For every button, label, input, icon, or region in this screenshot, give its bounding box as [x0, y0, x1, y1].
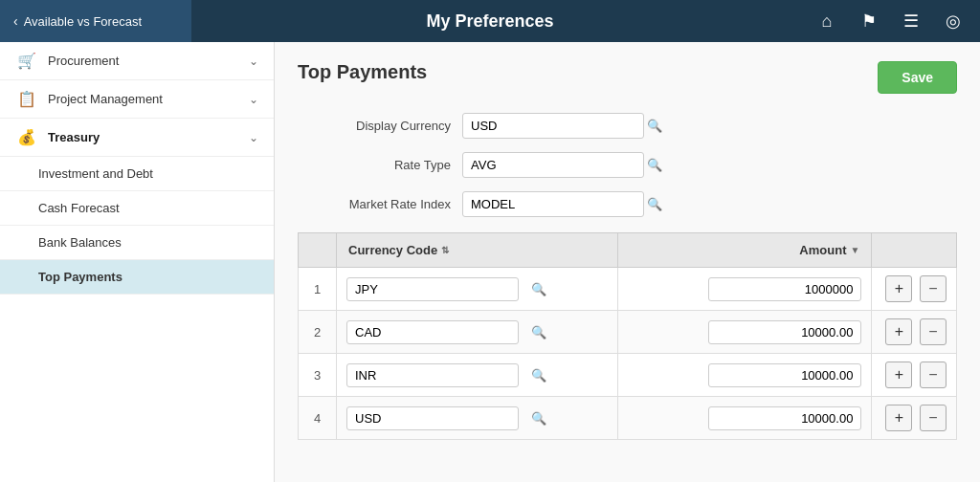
page-title: My Preferences	[426, 11, 553, 32]
sidebar-item-top-payments-label: Top Payments	[38, 270, 122, 284]
actions-cell-2: + −	[872, 311, 957, 354]
remove-row-button-2[interactable]: −	[920, 318, 947, 345]
display-currency-label: Display Currency	[298, 119, 451, 133]
display-currency-input-wrapper: 🔍	[462, 113, 644, 139]
currency-cell-3: 🔍	[337, 354, 618, 397]
row-num-3: 3	[299, 354, 337, 397]
currency-search-icon-4[interactable]: 🔍	[523, 407, 554, 429]
sort-icon-currency: ⇅	[441, 245, 449, 255]
save-button[interactable]: Save	[878, 61, 957, 94]
actions-cell-3: + −	[872, 354, 957, 397]
sidebar-item-treasury-label: Treasury	[48, 130, 239, 144]
sidebar: 🛒 Procurement ⌄ 📋 Project Management ⌄ 💰…	[0, 42, 275, 482]
chevron-down-icon-3: ⌄	[249, 131, 258, 144]
sidebar-item-procurement[interactable]: 🛒 Procurement ⌄	[0, 42, 274, 80]
sort-icon-amount: ▼	[850, 245, 859, 255]
market-rate-row: Market Rate Index 🔍	[298, 191, 957, 217]
sidebar-item-bank-balances-label: Bank Balances	[38, 235, 122, 250]
add-row-button-1[interactable]: +	[885, 275, 912, 302]
flag-icon[interactable]: ⚑	[852, 4, 886, 38]
amount-input-2[interactable]	[708, 320, 861, 344]
page-header: Top Payments Save	[298, 61, 957, 94]
actions-cell-1: + −	[872, 268, 957, 311]
amount-cell-3	[618, 354, 872, 397]
circle-icon[interactable]: ◎	[936, 4, 970, 38]
currency-cell-4: 🔍	[337, 397, 618, 440]
sidebar-item-treasury[interactable]: 💰 Treasury ⌄	[0, 119, 274, 157]
main-page-title: Top Payments	[298, 61, 427, 83]
sidebar-item-project-management-label: Project Management	[48, 92, 239, 106]
sidebar-item-investment-debt-label: Investment and Debt	[38, 166, 153, 181]
menu-icon[interactable]: ☰	[894, 4, 928, 38]
back-label: Available vs Forecast	[24, 14, 142, 29]
header-icons: ⌂ ⚑ ☰ ◎	[810, 4, 980, 38]
amount-cell-2	[618, 311, 872, 354]
currency-input-2[interactable]	[347, 321, 523, 343]
chevron-down-icon-2: ⌄	[249, 93, 258, 106]
currency-cell-1: 🔍	[337, 268, 618, 311]
table-row: 4 🔍 + −	[299, 397, 957, 440]
main-content: Top Payments Save Display Currency 🔍 Rat…	[275, 42, 980, 482]
currency-search-icon-2[interactable]: 🔍	[523, 321, 554, 343]
remove-row-button-1[interactable]: −	[920, 275, 947, 302]
market-rate-input[interactable]	[463, 192, 639, 216]
display-currency-row: Display Currency 🔍	[298, 113, 957, 139]
sidebar-item-procurement-label: Procurement	[48, 54, 239, 68]
rate-type-row: Rate Type 🔍	[298, 152, 957, 178]
sidebar-item-investment-debt[interactable]: Investment and Debt	[0, 157, 274, 191]
col-actions	[872, 233, 957, 268]
market-rate-input-wrapper: 🔍	[462, 191, 644, 217]
procurement-icon: 🛒	[15, 52, 38, 70]
amount-cell-4	[618, 397, 872, 440]
sidebar-item-top-payments[interactable]: Top Payments	[0, 260, 274, 295]
row-num-2: 2	[299, 311, 337, 354]
table-row: 3 🔍 + −	[299, 354, 957, 397]
col-num	[299, 233, 337, 268]
row-num-4: 4	[299, 397, 337, 440]
display-currency-search-icon[interactable]: 🔍	[639, 115, 670, 137]
sidebar-item-cash-forecast-label: Cash Forecast	[38, 201, 120, 215]
layout: 🛒 Procurement ⌄ 📋 Project Management ⌄ 💰…	[0, 42, 980, 482]
table-row: 1 🔍 + −	[299, 268, 957, 311]
amount-input-4[interactable]	[708, 406, 861, 430]
row-num-1: 1	[299, 268, 337, 311]
chevron-down-icon: ⌄	[249, 55, 258, 68]
market-rate-label: Market Rate Index	[298, 197, 451, 211]
currency-input-4[interactable]	[347, 407, 523, 429]
home-icon[interactable]: ⌂	[810, 4, 844, 38]
treasury-icon: 💰	[15, 128, 38, 146]
currency-input-3[interactable]	[347, 364, 523, 386]
add-row-button-3[interactable]: +	[885, 362, 912, 388]
remove-row-button-3[interactable]: −	[920, 362, 947, 388]
remove-row-button-4[interactable]: −	[920, 405, 947, 431]
payments-table: Currency Code ⇅ Amount ▼ 1	[298, 232, 957, 440]
rate-type-input[interactable]	[463, 153, 639, 177]
add-row-button-4[interactable]: +	[885, 405, 912, 431]
back-button[interactable]: ‹ Available vs Forecast	[0, 0, 191, 42]
table-row: 2 🔍 + −	[299, 311, 957, 354]
table-header-row: Currency Code ⇅ Amount ▼	[299, 233, 957, 268]
rate-type-input-wrapper: 🔍	[462, 152, 644, 178]
back-arrow-icon: ‹	[13, 13, 18, 29]
sidebar-item-project-management[interactable]: 📋 Project Management ⌄	[0, 80, 274, 119]
col-amount: Amount ▼	[618, 233, 872, 268]
amount-cell-1	[618, 268, 872, 311]
amount-input-3[interactable]	[708, 363, 861, 387]
rate-type-search-icon[interactable]: 🔍	[639, 154, 670, 176]
col-currency: Currency Code ⇅	[337, 233, 618, 268]
sidebar-item-cash-forecast[interactable]: Cash Forecast	[0, 191, 274, 226]
amount-input-1[interactable]	[708, 277, 861, 301]
display-currency-input[interactable]	[463, 114, 639, 138]
header: ‹ Available vs Forecast My Preferences ⌂…	[0, 0, 980, 42]
actions-cell-4: + −	[872, 397, 957, 440]
project-management-icon: 📋	[15, 90, 38, 108]
sidebar-item-bank-balances[interactable]: Bank Balances	[0, 226, 274, 260]
currency-search-icon-3[interactable]: 🔍	[523, 364, 554, 386]
add-row-button-2[interactable]: +	[885, 318, 912, 345]
market-rate-search-icon[interactable]: 🔍	[639, 193, 670, 215]
currency-search-icon-1[interactable]: 🔍	[523, 278, 554, 300]
rate-type-label: Rate Type	[298, 158, 451, 172]
currency-cell-2: 🔍	[337, 311, 618, 354]
currency-input-1[interactable]	[347, 278, 523, 300]
